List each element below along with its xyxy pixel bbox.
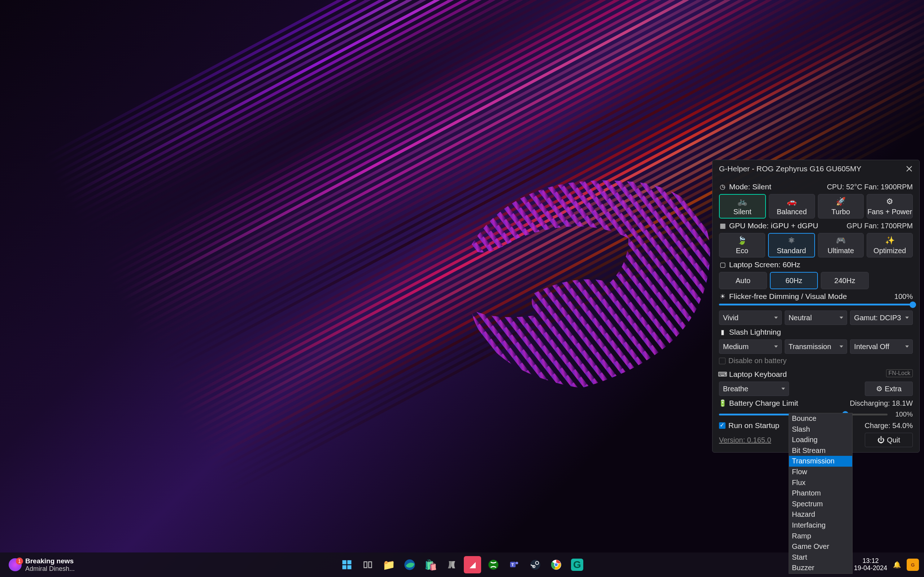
brightness-icon: ☀: [719, 293, 726, 300]
edge-icon[interactable]: [401, 556, 418, 574]
dd-item-ramp[interactable]: Ramp: [789, 531, 852, 542]
armoury-icon[interactable]: ◢: [464, 556, 481, 574]
dd-item-flux[interactable]: Flux: [789, 477, 852, 488]
store-icon[interactable]: 🛍️: [422, 556, 439, 574]
balanced-button[interactable]: 🚗Balanced: [769, 194, 815, 219]
dd-item-interfacing[interactable]: Interfacing: [789, 520, 852, 531]
dd-item-slash[interactable]: Slash: [789, 424, 852, 435]
startup-label: Run on Startup: [729, 421, 779, 430]
mode-label: Mode: Silent: [729, 182, 771, 191]
dd-item-game-over[interactable]: Game Over: [789, 541, 852, 552]
silent-button[interactable]: 🚲Silent: [719, 194, 766, 219]
dd-item-loading[interactable]: Loading: [789, 435, 852, 445]
keyboard-mode-select[interactable]: Breathe: [719, 382, 789, 396]
battery-limit-text: 100%: [891, 410, 913, 418]
neutral-select[interactable]: Neutral: [785, 311, 848, 325]
dd-item-bit-stream[interactable]: Bit Stream: [789, 445, 852, 456]
gear-icon: ⚙: [876, 384, 882, 393]
dd-item-start[interactable]: Start: [789, 552, 852, 563]
start-button[interactable]: [338, 556, 355, 574]
dd-item-spectrum[interactable]: Spectrum: [789, 499, 852, 509]
slash-effect-dropdown[interactable]: BounceSlashLoadingBit StreamTransmission…: [789, 413, 853, 574]
dd-item-transmission[interactable]: Transmission: [789, 456, 852, 467]
startup-checkbox[interactable]: [719, 422, 725, 429]
gauge-icon: ◷: [719, 183, 726, 190]
news-headline: Breaking news: [25, 557, 75, 565]
discharge-stat: Discharging: 18.1W: [850, 399, 913, 408]
chrome-icon[interactable]: [548, 556, 565, 574]
battery-label: Battery Charge Limit: [729, 399, 798, 408]
power-icon: ⏻: [877, 436, 885, 444]
svg-point-11: [516, 562, 518, 564]
240hz-button[interactable]: 240Hz: [821, 272, 869, 289]
slash-label: Slash Lightning: [729, 328, 781, 337]
medium-select[interactable]: Medium: [719, 339, 782, 354]
interval-off-select[interactable]: Interval Off: [850, 339, 913, 354]
dd-item-buzzer[interactable]: Buzzer: [789, 562, 852, 574]
extra-button[interactable]: ⚙Extra: [865, 382, 913, 396]
optimized-button[interactable]: ✨Optimized: [867, 233, 913, 258]
60hz-button[interactable]: 60Hz: [770, 272, 818, 289]
xbox-icon[interactable]: [485, 556, 502, 574]
gpu-label: GPU Mode: iGPU + dGPU: [729, 221, 818, 230]
news-icon: [9, 558, 22, 571]
ghelper-panel: G-Helper - ROG Zephyrus G16 GU605MY ◷Mod…: [712, 160, 920, 453]
svg-rect-2: [347, 561, 351, 564]
lightning-icon: ▮: [719, 329, 726, 336]
clock[interactable]: 13:1219-04-2024: [854, 558, 887, 572]
flicker-label: Flicker-free Dimming / Visual Mode: [729, 292, 847, 301]
dd-item-bounce[interactable]: Bounce: [789, 413, 852, 424]
screen-label: Laptop Screen: 60Hz: [729, 260, 800, 269]
screen-buttons: Auto60Hz240Hz: [719, 272, 913, 289]
cpu-stat: CPU: 52°C Fan: 1900RPM: [827, 183, 913, 191]
fans-power-button[interactable]: ⚙Fans + Power: [867, 194, 913, 219]
auto-button[interactable]: Auto: [719, 272, 767, 289]
news-widget[interactable]: Breaking news Admiral Dinesh...: [9, 557, 75, 573]
ghelper-tray-icon[interactable]: G: [907, 559, 919, 571]
svg-text:T: T: [512, 562, 514, 567]
teams-icon[interactable]: T: [506, 556, 523, 574]
quit-button[interactable]: ⏻Quit: [865, 433, 913, 447]
dd-item-hazard[interactable]: Hazard: [789, 509, 852, 520]
svg-point-12: [530, 560, 540, 570]
keyboard-label: Laptop Keyboard: [729, 370, 787, 379]
close-button[interactable]: [906, 165, 913, 172]
rog-logo: [419, 152, 743, 404]
mode-buttons: 🚲Silent🚗Balanced🚀Turbo⚙Fans + Power: [719, 194, 913, 219]
disable-battery-label: Disable on battery: [729, 357, 787, 365]
svg-rect-5: [364, 562, 367, 567]
svg-point-8: [488, 560, 498, 570]
fnlock-badge[interactable]: FN-Lock: [886, 369, 913, 377]
dd-item-flow[interactable]: Flow: [789, 467, 852, 477]
explorer-icon[interactable]: 📁: [380, 556, 397, 574]
brightness-slider[interactable]: [719, 304, 913, 305]
copilot-icon[interactable]: [443, 556, 460, 574]
notification-icon[interactable]: 🔔: [893, 561, 901, 569]
flicker-pct: 100%: [894, 292, 913, 301]
visual-selects: VividNeutralGamut: DCIP3: [719, 311, 913, 325]
disable-battery-checkbox[interactable]: [719, 358, 725, 364]
transmission-select[interactable]: Transmission: [785, 339, 848, 354]
keyboard-icon: ⌨: [719, 371, 726, 378]
standard-button[interactable]: ⚛Standard: [768, 233, 815, 258]
gamut-dcip3-select[interactable]: Gamut: DCIP3: [850, 311, 913, 325]
dd-item-phantom[interactable]: Phantom: [789, 488, 852, 499]
taskbar-center: 📁 🛍️ ◢ T G: [338, 556, 586, 574]
svg-point-18: [554, 563, 558, 567]
turbo-button[interactable]: 🚀Turbo: [818, 194, 864, 219]
charge-stat: Charge: 54.0%: [865, 422, 913, 430]
svg-rect-4: [347, 565, 351, 569]
ultimate-button[interactable]: 🎮Ultimate: [818, 233, 864, 258]
svg-rect-1: [342, 561, 347, 564]
slash-selects: MediumTransmissionInterval Off: [719, 339, 913, 354]
steam-icon[interactable]: [527, 556, 544, 574]
gpu-stat: GPU Fan: 1700RPM: [847, 222, 913, 230]
gpu-icon: ▦: [719, 222, 726, 229]
eco-button[interactable]: 🍃Eco: [719, 233, 765, 258]
monitor-icon: ▢: [719, 261, 726, 268]
vivid-select[interactable]: Vivid: [719, 311, 782, 325]
ghelper-taskbar-icon[interactable]: G: [569, 556, 586, 574]
svg-rect-6: [368, 562, 372, 567]
version-link[interactable]: Version: 0.165.0: [719, 436, 771, 444]
task-view-icon[interactable]: [359, 556, 376, 574]
